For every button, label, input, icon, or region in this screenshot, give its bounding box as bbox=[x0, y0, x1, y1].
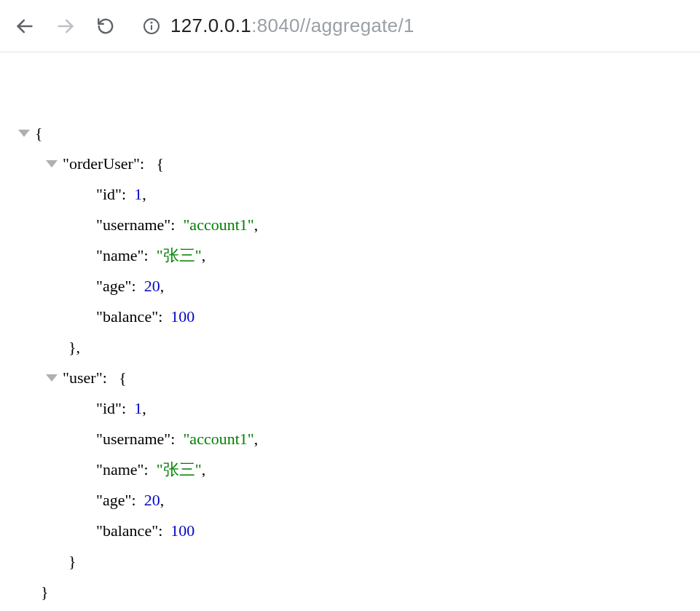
brace-open: { bbox=[157, 149, 165, 179]
json-string: "account1" bbox=[183, 424, 253, 454]
json-key: "id" bbox=[96, 393, 122, 424]
caret-icon[interactable] bbox=[46, 160, 58, 167]
url-path: //aggregate/1 bbox=[300, 15, 414, 36]
colon: : bbox=[140, 149, 149, 179]
json-key: "id" bbox=[96, 179, 122, 210]
brace-close: } bbox=[68, 546, 76, 577]
address-bar[interactable]: 127.0.0.1:8040//aggregate/1 bbox=[135, 15, 685, 37]
json-string: "account1" bbox=[183, 210, 253, 240]
json-number: 1 bbox=[134, 393, 142, 424]
json-key: "orderUser" bbox=[63, 149, 140, 179]
url-port: :8040 bbox=[251, 15, 300, 36]
caret-icon[interactable] bbox=[18, 130, 30, 137]
json-key: "user" bbox=[63, 363, 103, 393]
brace-close-comma: }, bbox=[68, 332, 80, 363]
json-key: "username" bbox=[96, 424, 170, 454]
brace-open: { bbox=[119, 363, 127, 393]
json-string: "张三" bbox=[157, 454, 202, 485]
json-key: "balance" bbox=[96, 516, 158, 546]
json-key: "username" bbox=[96, 210, 170, 240]
json-key: "name" bbox=[96, 240, 144, 271]
svg-point-4 bbox=[151, 22, 152, 23]
brace-close: } bbox=[41, 577, 49, 607]
json-number: 100 bbox=[170, 516, 194, 546]
json-string: "张三" bbox=[157, 240, 202, 271]
url-text: 127.0.0.1:8040//aggregate/1 bbox=[170, 15, 414, 37]
caret-icon[interactable] bbox=[46, 374, 58, 382]
reload-button[interactable] bbox=[96, 17, 115, 36]
browser-toolbar: 127.0.0.1:8040//aggregate/1 bbox=[0, 0, 700, 52]
json-key: "name" bbox=[96, 454, 144, 485]
json-number: 100 bbox=[170, 301, 194, 332]
json-number: 20 bbox=[144, 271, 160, 301]
json-number: 1 bbox=[134, 179, 142, 210]
back-button[interactable] bbox=[15, 16, 35, 36]
json-viewer: { "orderUser": { "id": 1, "username": "a… bbox=[0, 52, 700, 607]
forward-button[interactable] bbox=[55, 16, 76, 36]
url-host: 127.0.0.1 bbox=[170, 15, 251, 36]
json-key: "age" bbox=[96, 485, 132, 516]
json-number: 20 bbox=[144, 485, 160, 516]
json-key: "balance" bbox=[96, 301, 158, 332]
info-icon[interactable] bbox=[143, 17, 160, 35]
brace-open: { bbox=[35, 118, 43, 149]
json-key: "age" bbox=[96, 271, 132, 301]
